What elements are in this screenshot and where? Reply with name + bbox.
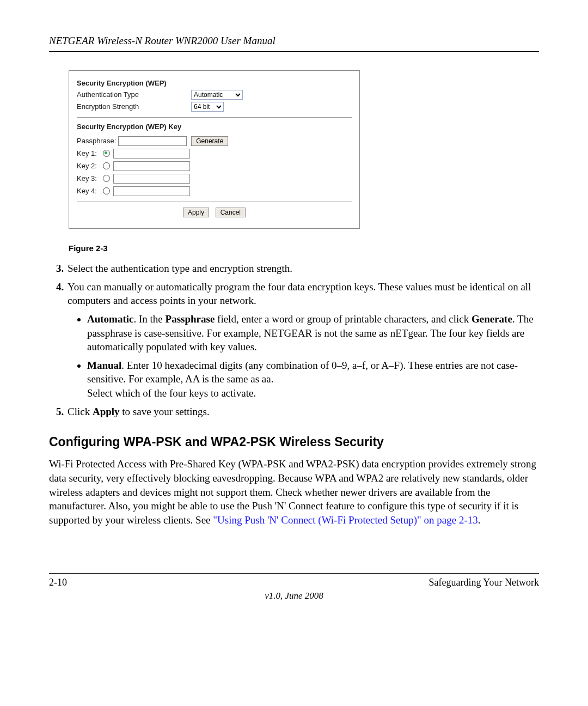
enc-strength-label: Encryption Strength bbox=[77, 102, 191, 112]
passphrase-label: Passphrase: bbox=[77, 136, 116, 146]
key3-radio[interactable] bbox=[103, 175, 110, 182]
instruction-list: Select the authentication type and encry… bbox=[49, 261, 539, 418]
step-4: You can manually or automatically progra… bbox=[66, 280, 539, 400]
push-n-connect-link[interactable]: "Using Push 'N' Connect (Wi-Fi Protected… bbox=[213, 514, 478, 526]
key3-label: Key 3: bbox=[77, 174, 103, 184]
cancel-button[interactable]: Cancel bbox=[216, 208, 246, 217]
auth-type-select[interactable]: Automatic bbox=[191, 90, 243, 100]
passphrase-input[interactable] bbox=[118, 136, 187, 146]
footer-section-name: Safeguarding Your Network bbox=[429, 576, 539, 589]
key2-radio[interactable] bbox=[103, 162, 110, 169]
footer-version: v1.0, June 2008 bbox=[49, 590, 539, 602]
step-5: Click Apply to save your settings. bbox=[66, 405, 539, 419]
key3-input[interactable] bbox=[113, 174, 190, 184]
key1-label: Key 1: bbox=[77, 149, 103, 159]
key4-input[interactable] bbox=[113, 186, 190, 196]
figure-label: Figure 2-3 bbox=[69, 243, 539, 254]
enc-strength-select[interactable]: 64 bit bbox=[191, 102, 224, 112]
key2-input[interactable] bbox=[113, 161, 190, 171]
auth-type-label: Authentication Type bbox=[77, 90, 191, 100]
footer-divider bbox=[49, 573, 539, 574]
wep-key-section-title: Security Encryption (WEP) Key bbox=[77, 122, 352, 132]
step-3: Select the authentication type and encry… bbox=[66, 261, 539, 276]
wpa-paragraph: Wi-Fi Protected Access with Pre-Shared K… bbox=[49, 457, 539, 527]
page-header-title: NETGEAR Wireless-N Router WNR2000 User M… bbox=[49, 34, 539, 48]
section-heading: Configuring WPA-PSK and WPA2-PSK Wireles… bbox=[49, 434, 539, 451]
key4-radio[interactable] bbox=[103, 187, 110, 194]
key1-radio[interactable] bbox=[103, 150, 110, 157]
key2-label: Key 2: bbox=[77, 161, 103, 171]
apply-button[interactable]: Apply bbox=[183, 208, 209, 217]
wep-settings-panel: Security Encryption (WEP) Authentication… bbox=[69, 70, 360, 229]
footer-page-number: 2-10 bbox=[49, 576, 67, 589]
header-divider bbox=[49, 51, 539, 52]
key4-label: Key 4: bbox=[77, 186, 103, 196]
key1-input[interactable] bbox=[113, 149, 190, 159]
wep-section-title: Security Encryption (WEP) bbox=[77, 78, 352, 88]
generate-button[interactable]: Generate bbox=[191, 136, 228, 146]
step-4-manual: Manual. Enter 10 hexadecimal digits (any… bbox=[87, 358, 539, 400]
step-4-auto: Automatic. In the Passphrase field, ente… bbox=[87, 312, 539, 354]
